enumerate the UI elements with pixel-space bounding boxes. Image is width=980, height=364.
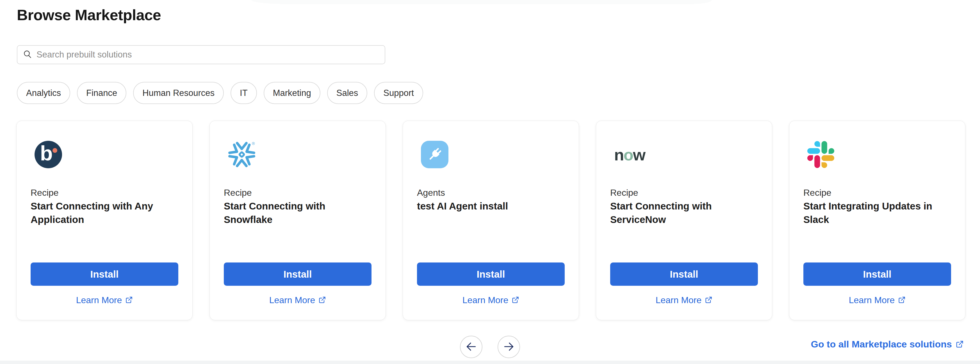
carousel-prev-button[interactable]	[460, 336, 482, 358]
right-arrow-icon	[503, 340, 515, 354]
go-to-all-marketplace-link[interactable]: Go to all Marketplace solutions	[811, 339, 964, 350]
learn-more-link[interactable]: Learn More	[17, 294, 192, 306]
install-button[interactable]: Install	[417, 263, 565, 286]
filter-pill-analytics[interactable]: Analytics	[17, 82, 70, 104]
marketplace-card-test-ai-agent-install: Agents test AI Agent install Install Lea…	[402, 120, 579, 320]
install-button[interactable]: Install	[30, 263, 178, 286]
card-title: Start Connecting with Snowflake	[224, 199, 372, 226]
learn-more-label: Learn More	[463, 295, 509, 305]
search-icon	[23, 50, 32, 60]
learn-more-link[interactable]: Learn More	[789, 294, 965, 306]
external-link-icon	[125, 296, 133, 304]
card-title: Start Connecting with ServiceNow	[610, 199, 758, 226]
card-category-label: Recipe	[30, 187, 178, 198]
filter-pill-marketing[interactable]: Marketing	[264, 82, 320, 104]
card-category-label: Recipe	[224, 187, 372, 198]
marketplace-card-start-integrating-updates-in-slack: Recipe Start Integrating Updates in Slac…	[789, 120, 966, 320]
card-title: test AI Agent install	[417, 199, 565, 213]
marketplace-card-start-connecting-with-any-application: b Recipe Start Connecting with Any Appli…	[16, 120, 192, 320]
snowflake-icon: ®	[228, 141, 372, 169]
install-button[interactable]: Install	[610, 263, 758, 286]
search-input[interactable]	[37, 50, 379, 60]
svg-text:®: ®	[252, 141, 255, 146]
learn-more-label: Learn More	[76, 295, 122, 305]
external-link-icon	[898, 296, 905, 304]
search-bar	[17, 45, 385, 64]
learn-more-link[interactable]: Learn More	[403, 294, 579, 306]
marketplace-cards: b Recipe Start Connecting with Any Appli…	[16, 120, 966, 320]
external-link-icon	[955, 340, 964, 348]
left-arrow-icon	[465, 340, 477, 354]
filter-pill-it[interactable]: IT	[231, 82, 257, 104]
filter-pill-support[interactable]: Support	[374, 82, 423, 104]
learn-more-link[interactable]: Learn More	[210, 294, 385, 306]
external-link-icon	[318, 296, 326, 304]
learn-more-link[interactable]: Learn More	[596, 294, 772, 306]
slack-icon	[807, 141, 951, 169]
page-title: Browse Marketplace	[17, 6, 161, 24]
learn-more-label: Learn More	[849, 295, 895, 305]
marketplace-card-start-connecting-with-snowflake: ® Recipe Start Connecting with Snowflake…	[210, 120, 386, 320]
card-category-label: Recipe	[803, 187, 951, 198]
footer-link-label: Go to all Marketplace solutions	[811, 339, 952, 350]
category-filters: AnalyticsFinanceHuman ResourcesITMarketi…	[17, 82, 423, 104]
learn-more-label: Learn More	[269, 295, 315, 305]
top-overlay-edge	[251, 0, 712, 4]
card-category-label: Recipe	[610, 187, 758, 198]
filter-pill-sales[interactable]: Sales	[327, 82, 368, 104]
external-link-icon	[511, 296, 519, 304]
b-app-icon: b	[35, 141, 178, 169]
servicenow-icon: now	[614, 141, 758, 169]
filter-pill-finance[interactable]: Finance	[77, 82, 126, 104]
install-button[interactable]: Install	[803, 263, 951, 286]
browse-marketplace-page: Browse Marketplace AnalyticsFinanceHuman…	[0, 0, 980, 364]
card-category-label: Agents	[417, 187, 565, 198]
card-title: Start Connecting with Any Application	[30, 199, 178, 226]
external-link-icon	[705, 296, 713, 304]
card-title: Start Integrating Updates in Slack	[803, 199, 951, 226]
learn-more-label: Learn More	[655, 295, 702, 305]
next-section-edge	[0, 361, 980, 364]
install-button[interactable]: Install	[224, 263, 372, 286]
filter-pill-human-resources[interactable]: Human Resources	[133, 82, 224, 104]
carousel-next-button[interactable]	[498, 336, 520, 358]
agent-plug-icon	[421, 141, 565, 169]
marketplace-card-start-connecting-with-servicenow: now Recipe Start Connecting with Service…	[596, 120, 772, 320]
